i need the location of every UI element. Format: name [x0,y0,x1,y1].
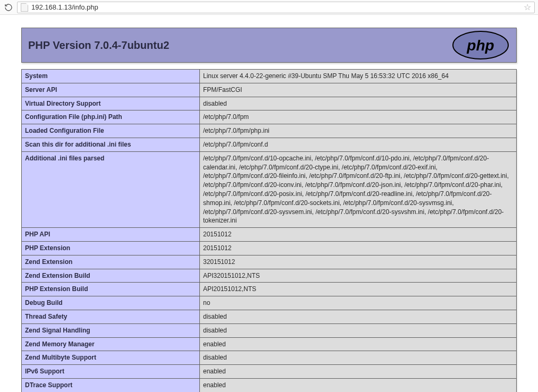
config-value: API20151012,NTS [200,283,517,296]
config-name: Configuration File (php.ini) Path [22,110,200,124]
table-row: Additional .ini files parsed/etc/php/7.0… [22,151,517,227]
config-name: DTrace Support [22,378,200,392]
reload-button[interactable] [3,2,14,13]
table-row: Zend Extension BuildAPI320151012,NTS [22,269,517,283]
config-name: Server API [22,83,200,97]
table-row: Virtual Directory Supportdisabled [22,97,517,110]
config-value: enabled [200,365,517,379]
reload-icon [4,3,13,12]
table-row: PHP Extension20151012 [22,241,517,255]
config-value: 20151012 [200,241,517,255]
config-name: IPv6 Support [22,365,200,379]
browser-toolbar: 192.168.1.13/info.php ☆ [0,0,538,15]
config-name: Zend Memory Manager [22,337,200,351]
table-row: Server APIFPM/FastCGI [22,83,517,97]
config-name: Scan this dir for additional .ini files [22,138,200,151]
table-row: Loaded Configuration File/etc/php/7.0/fp… [22,124,517,138]
config-value: Linux server 4.4.0-22-generic #39-Ubuntu… [200,70,517,83]
config-name: Additional .ini files parsed [22,151,200,227]
config-value: API320151012,NTS [200,269,517,283]
config-value: FPM/FastCGI [200,83,517,97]
bookmark-star-icon[interactable]: ☆ [524,3,531,12]
config-value: no [200,296,517,310]
config-name: Thread Safety [22,310,200,323]
config-name: Zend Extension Build [22,269,200,283]
table-row: Scan this dir for additional .ini files/… [22,138,517,151]
table-row: Zend Multibyte Supportdisabled [22,351,517,365]
table-row: Zend Signal Handlingdisabled [22,323,517,337]
table-row: Zend Memory Managerenabled [22,337,517,351]
config-name: PHP API [22,228,200,242]
config-name: PHP Extension [22,241,200,255]
config-value: /etc/php/7.0/fpm/php.ini [200,124,517,138]
url-bar[interactable]: 192.168.1.13/info.php ☆ [17,2,535,13]
table-row: Zend Extension320151012 [22,255,517,269]
table-row: PHP Extension BuildAPI20151012,NTS [22,283,517,296]
table-row: IPv6 Supportenabled [22,365,517,379]
config-value: 320151012 [200,255,517,269]
config-value: enabled [200,378,517,392]
config-name: PHP Extension Build [22,283,200,296]
php-version-header: PHP Version 7.0.4-7ubuntu2 php [21,28,517,63]
config-name: Zend Extension [22,255,200,269]
config-value: /etc/php/7.0/fpm/conf.d/10-opcache.ini, … [200,151,517,227]
config-value: /etc/php/7.0/fpm/conf.d [200,138,517,151]
config-value: enabled [200,337,517,351]
svg-text:php: php [466,37,494,54]
table-row: PHP API20151012 [22,228,517,242]
config-name: Zend Signal Handling [22,323,200,337]
config-value: disabled [200,351,517,365]
config-name: Zend Multibyte Support [22,351,200,365]
php-logo-icon: php [451,30,510,60]
config-value: /etc/php/7.0/fpm [200,110,517,124]
phpinfo-table: SystemLinux server 4.4.0-22-generic #39-… [21,69,517,392]
url-text: 192.168.1.13/info.php [31,3,520,11]
config-value: disabled [200,97,517,110]
config-value: disabled [200,323,517,337]
table-row: SystemLinux server 4.4.0-22-generic #39-… [22,70,517,83]
config-value: 20151012 [200,228,517,242]
config-name: Virtual Directory Support [22,97,200,110]
page-title: PHP Version 7.0.4-7ubuntu2 [28,39,169,52]
table-row: DTrace Supportenabled [22,378,517,392]
table-row: Thread Safetydisabled [22,310,517,323]
table-row: Debug Buildno [22,296,517,310]
page-icon [21,3,28,12]
config-name: System [22,70,200,83]
page-content: PHP Version 7.0.4-7ubuntu2 php SystemLin… [0,15,538,392]
table-row: Configuration File (php.ini) Path/etc/ph… [22,110,517,124]
config-name: Loaded Configuration File [22,124,200,138]
config-value: disabled [200,310,517,323]
config-name: Debug Build [22,296,200,310]
